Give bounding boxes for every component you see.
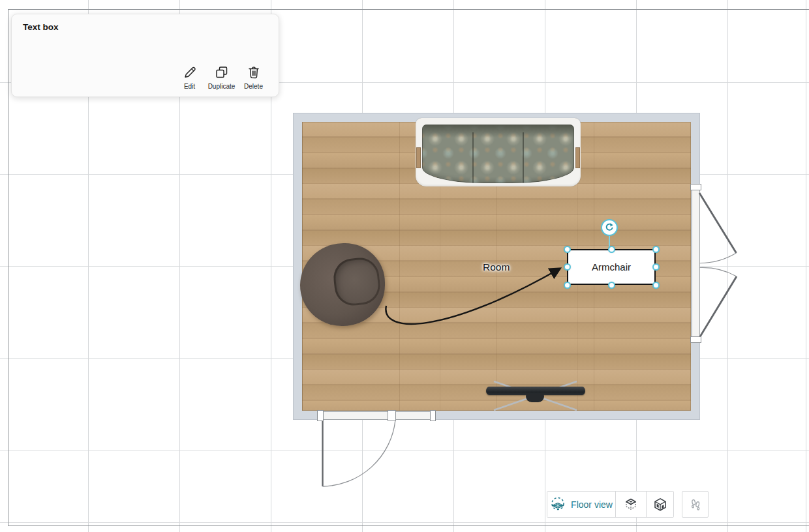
resize-handle-e[interactable] xyxy=(652,263,660,271)
cube-3d-icon xyxy=(623,497,639,512)
rotate-icon xyxy=(604,222,615,233)
delete-label: Delete xyxy=(244,83,263,90)
floor-view-label: Floor view xyxy=(571,499,613,510)
resize-handle-se[interactable] xyxy=(652,282,660,289)
panel-actions: Edit Duplicate Delete xyxy=(174,65,269,90)
sofa-armrest xyxy=(575,147,580,168)
walkthrough-button[interactable] xyxy=(682,491,709,518)
armchair-textbox[interactable]: Armchair xyxy=(567,249,656,285)
sofa-armrest xyxy=(416,147,421,168)
door-jamb xyxy=(690,184,701,190)
resize-handle-n[interactable] xyxy=(608,246,615,253)
rotate-handle[interactable] xyxy=(601,219,618,236)
sofa[interactable] xyxy=(416,118,581,186)
trash-icon xyxy=(246,65,262,80)
view-toolbar: Floor view xyxy=(547,491,674,518)
door-jamb xyxy=(388,410,396,421)
delete-button[interactable]: Delete xyxy=(237,65,269,90)
floor-view-icon xyxy=(550,497,566,512)
door-jamb xyxy=(317,410,324,421)
door-jamb xyxy=(430,410,436,421)
room-label[interactable]: Room xyxy=(483,261,510,273)
3d-view-button[interactable] xyxy=(615,492,646,517)
panel-title: Text box xyxy=(23,22,59,32)
tv-stand-mount xyxy=(526,394,544,402)
footprints-icon xyxy=(688,497,703,512)
3d-photo-button[interactable] xyxy=(646,492,673,517)
edit-label: Edit xyxy=(184,83,195,90)
resize-handle-sw[interactable] xyxy=(564,282,571,289)
copy-icon xyxy=(214,65,230,80)
duplicate-button[interactable]: Duplicate xyxy=(206,65,237,90)
door-jamb xyxy=(690,336,701,343)
iso-cube-icon xyxy=(652,497,668,512)
resize-handle-s[interactable] xyxy=(608,282,615,289)
properties-panel: Text box Edit Duplicate xyxy=(11,14,279,97)
duplicate-label: Duplicate xyxy=(208,83,236,90)
floor-view-button[interactable]: Floor view xyxy=(547,492,615,517)
chair-seat xyxy=(331,256,382,308)
resize-handle-nw[interactable] xyxy=(564,246,571,253)
door-opening-right[interactable] xyxy=(692,188,700,339)
door-opening-bottom[interactable] xyxy=(318,411,436,420)
edit-button[interactable]: Edit xyxy=(174,65,206,90)
pencil-icon xyxy=(182,65,198,80)
resize-handle-ne[interactable] xyxy=(652,246,660,253)
swivel-chair[interactable] xyxy=(300,243,385,326)
sofa-cushions xyxy=(422,125,574,183)
resize-handle-w[interactable] xyxy=(564,263,571,271)
